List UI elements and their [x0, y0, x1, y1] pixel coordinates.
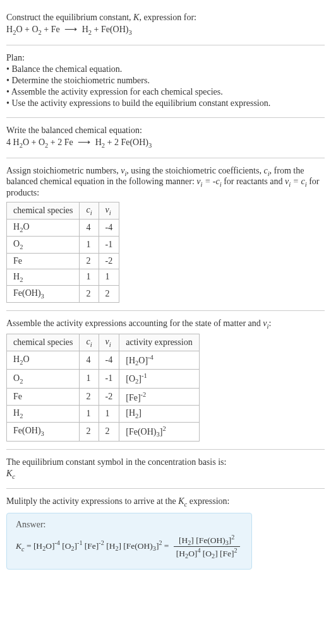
kc-symbol-section: The equilibrium constant symbol in the c… — [6, 450, 325, 489]
cell-species: H2O — [7, 219, 80, 236]
cell-ci: 1 — [80, 269, 99, 286]
cell-activity: [O2]-1 — [119, 370, 199, 388]
reaction-arrow-icon: ⟶ — [78, 137, 90, 148]
assemble-section: Assemble the activity expressions accoun… — [6, 311, 325, 449]
problem-header: Construct the equilibrium constant, K, e… — [6, 5, 325, 45]
relation-reactants: νi = -ci — [196, 177, 221, 186]
cell-vi: 2 — [99, 423, 119, 441]
table-header-row: chemical species ci νi activity expressi… — [7, 334, 200, 351]
cell-vi: -2 — [99, 253, 119, 269]
plan-item-text: Balance the chemical equation. — [11, 64, 122, 74]
kc-symbol-inline: Kc — [178, 496, 187, 506]
cell-species: Fe — [7, 388, 80, 406]
relation-products: νi = ci — [285, 177, 307, 186]
cell-ci: 4 — [80, 219, 99, 236]
c-symbol: ci — [263, 166, 269, 175]
cell-vi: -2 — [99, 388, 119, 406]
col-vi: νi — [99, 334, 119, 351]
cell-species: H2 — [7, 269, 80, 286]
table-row: H211[H2] — [7, 406, 200, 423]
col-species: chemical species — [7, 334, 80, 351]
cell-vi: -1 — [99, 370, 119, 388]
cell-activity: [Fe(OH)3]2 — [119, 423, 199, 441]
cell-activity: [H2O]-4 — [119, 351, 199, 369]
cell-ci: 2 — [80, 423, 99, 441]
cell-species: H2O — [7, 351, 80, 369]
construct-line: Construct the equilibrium constant, K, e… — [6, 13, 325, 23]
reaction-arrow-icon: ⟶ — [64, 24, 77, 35]
table-row: H211 — [7, 269, 119, 286]
stoich-table: chemical species ci νi H2O4-4O21-1Fe2-2H… — [6, 202, 119, 303]
col-ci: ci — [80, 202, 99, 220]
K-symbol: K — [133, 13, 139, 22]
table-row: Fe(OH)322[Fe(OH)3]2 — [7, 423, 200, 441]
cell-species: O2 — [7, 370, 80, 388]
plan-item: • Assemble the activity expression for e… — [6, 87, 325, 97]
cell-vi: -4 — [99, 219, 119, 236]
cell-vi: 1 — [99, 269, 119, 286]
balanced-title: Write the balanced chemical equation: — [6, 126, 325, 136]
plan-item: • Balance the chemical equation. — [6, 64, 325, 74]
multiply-intro: Mulitply the activity expressions to arr… — [6, 496, 325, 508]
cell-ci: 2 — [80, 286, 99, 303]
col-vi: νi — [99, 202, 119, 220]
cell-vi: 2 — [99, 286, 119, 303]
multiply-section: Mulitply the activity expressions to arr… — [6, 489, 325, 577]
text: Mulitply the activity expressions to arr… — [6, 496, 178, 506]
plan-item-text: Determine the stoichiometric numbers. — [11, 76, 150, 85]
plan-item-text: Assemble the activity expression for eac… — [11, 87, 223, 97]
kc-symbol-line: The equilibrium constant symbol in the c… — [6, 457, 325, 467]
table-row: Fe2-2 — [7, 253, 119, 269]
cell-species: Fe(OH)3 — [7, 423, 80, 441]
table-row: Fe(OH)322 — [7, 286, 119, 303]
cell-ci: 2 — [80, 388, 99, 406]
construct-text-a: Construct the equilibrium constant, — [6, 13, 133, 22]
col-ci: ci — [80, 334, 99, 351]
cell-activity: [Fe]-2 — [119, 388, 199, 406]
col-species: chemical species — [7, 202, 80, 220]
cell-species: Fe(OH)3 — [7, 286, 80, 303]
table-row: O21-1 — [7, 236, 119, 253]
plan-item: • Use the activity expressions to build … — [6, 98, 325, 108]
cell-ci: 4 — [80, 351, 99, 369]
text: Assign stoichiometric numbers, — [6, 166, 121, 175]
nu-symbol: νi — [121, 166, 126, 175]
fraction-numerator: [H2] [Fe(OH)3]2 — [174, 534, 240, 547]
text: , using the stoichiometric coefficients, — [126, 166, 263, 175]
table-row: O21-1[O2]-1 — [7, 370, 200, 388]
cell-ci: 1 — [80, 370, 99, 388]
balanced-equation: 4 H2O + O2 + 2 Fe ⟶ H2 + 2 Fe(OH)3 — [6, 137, 325, 149]
cell-species: Fe — [7, 253, 80, 269]
cell-ci: 2 — [80, 253, 99, 269]
text: Assemble the activity expressions accoun… — [6, 319, 263, 328]
fraction-denominator: [H2O]4 [O2] [Fe]2 — [174, 547, 240, 559]
text: expression: — [187, 496, 229, 506]
cell-activity: [H2] — [119, 406, 199, 423]
assign-intro: Assign stoichiometric numbers, νi, using… — [6, 166, 325, 199]
col-activity: activity expression — [119, 334, 199, 351]
cell-vi: -4 — [99, 351, 119, 369]
cell-species: O2 — [7, 236, 80, 253]
kc-symbol: Kc — [6, 469, 325, 480]
table-header-row: chemical species ci νi — [7, 202, 119, 220]
text: : — [268, 319, 271, 328]
kc-expression: Kc = [H2O]-4 [O2]-1 [Fe]-2 [H2] [Fe(OH)3… — [16, 534, 243, 559]
cell-ci: 1 — [80, 406, 99, 423]
unbalanced-equation: H2O + O2 + Fe ⟶ H2 + Fe(OH)3 — [6, 24, 325, 36]
text: for reactants and — [222, 177, 285, 186]
cell-species: H2 — [7, 406, 80, 423]
plan-item-text: Use the activity expressions to build th… — [11, 98, 270, 108]
plan-item: • Determine the stoichiometric numbers. — [6, 76, 325, 86]
cell-ci: 1 — [80, 236, 99, 253]
table-row: H2O4-4[H2O]-4 — [7, 351, 200, 369]
table-row: H2O4-4 — [7, 219, 119, 236]
plan-section: Plan: • Balance the chemical equation. •… — [6, 45, 325, 118]
cell-vi: -1 — [99, 236, 119, 253]
assign-section: Assign stoichiometric numbers, νi, using… — [6, 158, 325, 312]
assemble-intro: Assemble the activity expressions accoun… — [6, 319, 325, 330]
answer-label: Answer: — [16, 520, 243, 530]
activity-table: chemical species ci νi activity expressi… — [6, 334, 200, 442]
construct-text-b: , expression for: — [139, 13, 196, 22]
fraction: [H2] [Fe(OH)3]2 [H2O]4 [O2] [Fe]2 — [174, 534, 240, 559]
plan-title: Plan: — [6, 53, 325, 63]
